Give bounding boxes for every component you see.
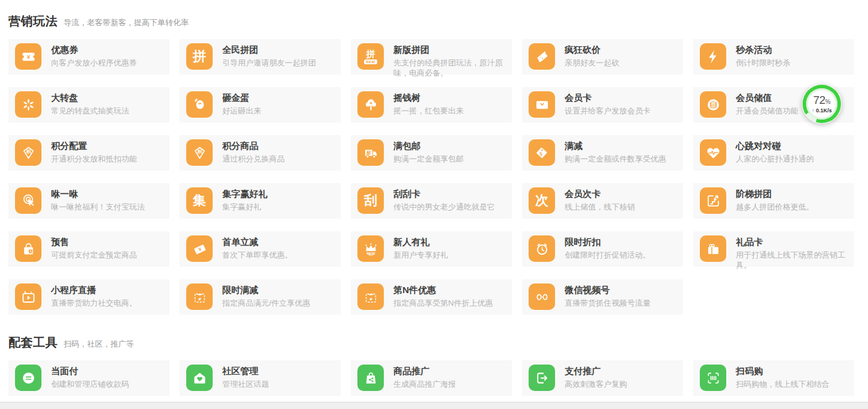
progress-percent: 72% [813,94,831,106]
marketing-grid: ¥优惠券向客户发放小程序优惠券拼全民拼团引导用户邀请朋友一起拼团拼NEW新版拼团… [8,39,860,315]
card-description: 创建和管理店铺收款码 [51,379,169,389]
card-text: 满包邮购满一定金额享包邮 [393,140,511,164]
feature-card-full-discount[interactable]: %满减购满一定金额或件数享受优惠 [522,135,683,171]
card-description: 可提前支付定金预定商品 [51,250,169,260]
feature-card-heartbeat[interactable]: 心跳对对碰人家的心脏扑通扑通的 [693,135,854,171]
feature-card-xiu[interactable]: 咻一咻咻一咻抢福利！支付宝玩法 [8,183,169,219]
card-description: 向客户发放小程序优惠券 [51,58,169,68]
pin-icon: 拼 [186,43,213,70]
card-text: 限时折扣创建限时打折促销活动。 [565,236,682,260]
feature-card-egg[interactable]: 砸金蛋好运砸出来 [180,87,341,123]
card-title: 会员次卡 [565,188,682,199]
feature-card-goods-promo[interactable]: 商品推广生成商品推广海报 [351,360,512,396]
card-description: 直播带货助力社交电商。 [51,298,169,308]
feature-card-live[interactable]: 小程序直播直播带货助力社交电商。 [8,279,169,315]
card-text: 大转盘常见的转盘式抽奖玩法 [51,92,169,116]
card-text: 砸金蛋好运砸出来 [222,92,340,116]
feature-card-newcomer[interactable]: NEW新人有礼新用户专享好礼 [351,231,512,267]
pin-new-icon: 拼NEW [357,43,384,70]
feature-card-bargain[interactable]: ¥疯狂砍价亲朋好友一起砍 [522,39,683,74]
feature-card-tree[interactable]: 摇钱树摇一摇，红包要出来 [351,87,512,123]
network-speed: ↑ 0.1K/s [812,108,832,114]
up-arrow-icon: ↑ [812,108,815,114]
card-title: 会员卡 [565,92,682,103]
section-header: 营销玩法 导流，老客带新客，提高下单转化率 [8,13,860,29]
points-goods-icon: 积 [186,139,213,166]
card-description: 开通积分发放和抵扣功能 [51,154,169,164]
feature-card-flash[interactable]: 秒杀活动倒计时限时秒杀 [693,39,854,74]
feature-card-pin[interactable]: 拼全民拼团引导用户邀请朋友一起拼团 [180,39,341,74]
card-description: 引导用户邀请朋友一起拼团 [222,58,340,68]
card-description: 通过积分兑换商品 [222,154,340,164]
feature-card-collect[interactable]: 集集字赢好礼集字赢好礼 [180,183,341,219]
card-text: 商品推广生成商品推广海报 [393,365,511,389]
section-subtitle: 扫码，社区，推广等 [64,339,134,350]
feature-card-ladder-group[interactable]: 阶梯拼团越多人拼团价格更低。 [693,183,854,219]
feature-card-pay-promo[interactable]: 支付推广高效刺激客户复购 [522,360,683,396]
feature-card-points-config[interactable]: 积积分配置开通积分发放和抵扣功能 [8,135,169,171]
feature-card-count-card[interactable]: 次会员次卡线上储值，线下核销 [522,183,683,219]
card-description: 咻一咻抢福利！支付宝玩法 [51,202,169,212]
card-title: 限时满减 [222,284,340,295]
card-text: 扫码购扫码购物，线上线下相结合 [736,365,854,389]
nth-item-icon: ¥ [357,283,384,310]
card-text: 摇钱树摇一摇，红包要出来 [393,92,511,116]
card-text: 支付推广高效刺激客户复购 [565,365,682,389]
section-marketing: 营销玩法 导流，老客带新客，提高下单转化率 ¥优惠券向客户发放小程序优惠券拼全民… [8,13,860,315]
card-title: 秒杀活动 [736,44,854,55]
card-text: 微信视频号直播带货抓住视频号流量 [565,284,682,308]
card-title: 摇钱树 [393,92,511,103]
feature-card-wechat-channels[interactable]: 微信视频号直播带货抓住视频号流量 [522,279,683,315]
network-progress-badge[interactable]: 72% ↑ 0.1K/s [802,84,842,124]
card-description: 摇一摇，红包要出来 [393,106,511,116]
card-title: 优惠券 [51,44,169,55]
card-description: 指定商品享受第N件折上优惠 [393,298,511,308]
card-text: 首单立减首次下单即享优惠。 [222,236,340,260]
card-title: 积分配置 [51,140,169,151]
live-icon [15,283,41,310]
feature-card-gift-card[interactable]: 礼品卡用于打通线上线下场景的营销工具。 [693,231,854,267]
feature-card-time-discount[interactable]: 限时折扣创建限时打折促销活动。 [522,231,683,267]
feature-card-scan-buy[interactable]: 扫码购扫码购物，线上线下相结合 [693,360,854,396]
card-description: 直播带货抓住视频号流量 [565,298,682,308]
card-title: 首单立减 [222,236,340,247]
card-title: 满包邮 [393,140,511,151]
section-header: 配套工具 扫码，社区，推广等 [8,335,860,351]
card-text: 第N件优惠指定商品享受第N件折上优惠 [393,284,511,308]
card-title: 礼品卡 [736,236,854,247]
svg-text:NEW: NEW [366,251,375,255]
heartbeat-icon [700,139,726,166]
feature-card-community[interactable]: 社区管理管理社区话题 [180,360,341,396]
stored-value-icon [700,91,726,118]
section-title: 营销玩法 [8,13,58,29]
horizontal-scrollbar-track[interactable] [0,402,868,409]
card-text: 当面付创建和管理店铺收款码 [51,365,169,389]
card-text: 新人有礼新用户专享好礼 [393,236,511,260]
card-description: 集字赢好礼 [222,202,340,212]
feature-card-points-goods[interactable]: 积积分商品通过积分兑换商品 [180,135,341,171]
count-card-icon: 次 [529,187,555,214]
card-description: 管理社区话题 [222,379,340,389]
feature-card-f2f-pay[interactable]: 当面付创建和管理店铺收款码 [8,360,169,396]
card-description: 购满一定金额享包邮 [393,154,511,164]
feature-card-free-shipping[interactable]: 邮满包邮购满一定金额享包邮 [351,135,512,171]
feature-card-presale[interactable]: 预售可提前支付定金预定商品 [8,231,169,267]
card-description: 生成商品推广海报 [393,379,511,389]
card-text: 满减购满一定金额或件数享受优惠 [565,140,682,164]
card-text: 礼品卡用于打通线上线下场景的营销工具。 [736,236,854,270]
feature-card-wheel[interactable]: 大转盘常见的转盘式抽奖玩法 [8,87,169,123]
card-description: 常见的转盘式抽奖玩法 [51,106,169,116]
card-text: 社区管理管理社区话题 [222,365,340,389]
feature-card-nth-item[interactable]: ¥第N件优惠指定商品享受第N件折上优惠 [351,279,512,315]
card-description: 传说中的男女老少通吃就是它 [393,202,511,212]
card-title: 小程序直播 [51,284,169,295]
feature-card-member-card[interactable]: 会员卡设置并给客户发放会员卡 [522,87,683,123]
time-full-icon: ¥ [186,283,213,310]
feature-card-first-order[interactable]: ¥首单立减首次下单即享优惠。 [180,231,341,267]
feature-card-coupon[interactable]: ¥优惠券向客户发放小程序优惠券 [8,39,169,74]
feature-card-scratch[interactable]: 刮刮刮卡传说中的男女老少通吃就是它 [351,183,512,219]
feature-card-time-full[interactable]: ¥限时满减指定商品满元/件立享优惠 [180,279,341,315]
card-title: 限时折扣 [565,236,682,247]
feature-card-pin-new[interactable]: 拼NEW新版拼团先支付的经典拼团玩法，原汁原味，电商必备。 [351,39,512,74]
card-title: 疯狂砍价 [565,44,682,55]
